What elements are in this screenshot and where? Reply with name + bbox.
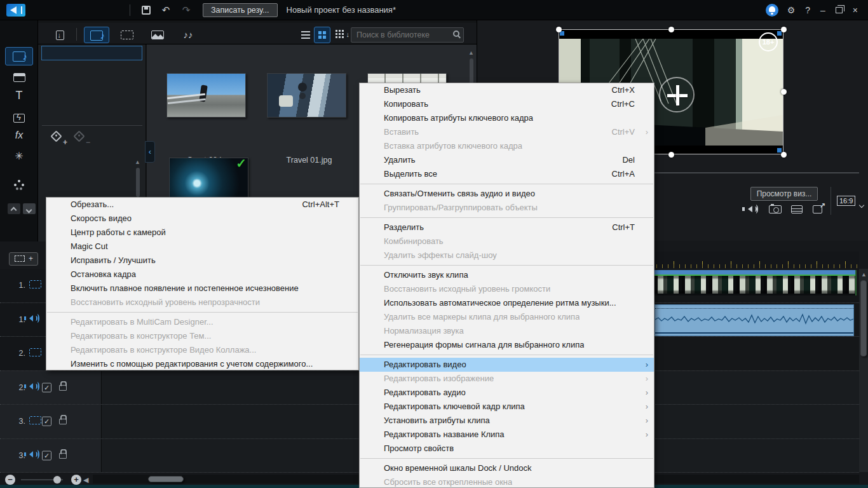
- track-enable-checkbox[interactable]: ✓: [42, 383, 51, 392]
- submenu-item[interactable]: Исправить / Улучшить: [46, 254, 358, 268]
- clapperboard-icon[interactable]: [0, 71, 38, 85]
- context-menu-item[interactable]: Вставка атрибутов ключевого кадра ›: [360, 139, 654, 153]
- crop-corner-bottom-right[interactable]: [777, 148, 782, 152]
- sort-options-icon[interactable]: [336, 29, 349, 41]
- restore-icon[interactable]: [836, 7, 843, 13]
- remove-tag-icon[interactable]: −: [74, 129, 90, 146]
- track-lock-icon[interactable]: [59, 453, 67, 459]
- help-icon[interactable]: ?: [805, 5, 810, 15]
- redo-icon[interactable]: ↷: [180, 4, 192, 16]
- timeline-video-clip[interactable]: [654, 270, 857, 295]
- track-header[interactable]: 3. ✓: [0, 405, 102, 438]
- search-icon[interactable]: [453, 30, 459, 37]
- timeline-audio-clip[interactable]: [654, 304, 854, 336]
- scroll-left-icon[interactable]: ◀: [83, 476, 88, 484]
- media-details-icon[interactable]: [790, 203, 804, 215]
- library-scroll-up-icon[interactable]: ▲: [468, 50, 474, 56]
- track-lock-icon[interactable]: [59, 385, 67, 391]
- context-menu-item[interactable]: Редактировать название Клипа ›: [360, 428, 654, 442]
- context-menu-item[interactable]: ВставитьCtrl+V ›: [360, 125, 654, 139]
- volume-icon[interactable]: [747, 203, 761, 215]
- undo-icon[interactable]: ↶: [160, 4, 172, 16]
- search-input[interactable]: [356, 29, 445, 41]
- produce-button[interactable]: Записать резу...: [203, 3, 278, 17]
- category-scrollbar[interactable]: [136, 168, 140, 197]
- scroll-up-icon[interactable]: ▲: [861, 271, 867, 278]
- context-menu-item[interactable]: Восстановить исходный уровень громкости …: [360, 282, 654, 296]
- context-menu-item[interactable]: Редактировать изображение ›: [360, 372, 654, 386]
- context-menu-item[interactable]: КопироватьCtrl+C ›: [360, 97, 654, 111]
- context-menu-item[interactable]: Редактировать аудио ›: [360, 386, 654, 400]
- track-enable-checkbox[interactable]: ✓: [42, 417, 51, 426]
- import-media-button[interactable]: [48, 27, 71, 43]
- preview-quality-button[interactable]: Просмотр виз...: [750, 187, 818, 201]
- category-item[interactable]: [41, 93, 142, 108]
- collapse-panel-button[interactable]: ‹: [145, 141, 155, 163]
- submenu-item[interactable]: Редактировать в конструкторе Тем...: [46, 329, 358, 343]
- close-icon[interactable]: ×: [853, 5, 858, 15]
- track-lock-icon[interactable]: [59, 419, 67, 424]
- context-menu-item[interactable]: УдалитьDel ›: [360, 153, 654, 167]
- transform-rotate-handle[interactable]: [659, 77, 695, 112]
- pip-objects-icon[interactable]: ✳: [0, 150, 38, 162]
- aspect-ratio-value[interactable]: 16:9: [837, 196, 855, 206]
- category-scroll-up-icon[interactable]: ▲: [135, 159, 140, 165]
- submenu-item[interactable]: Скорость видео: [46, 212, 358, 226]
- filter-music-button[interactable]: ♪♪: [175, 27, 201, 43]
- submenu-item[interactable]: Изменить с помощью редактирования с учет…: [46, 357, 358, 370]
- undock-preview-icon[interactable]: [811, 203, 825, 215]
- submenu-item[interactable]: Редактировать в MultiCam Designer...: [46, 315, 358, 329]
- resize-handle-bottom-right[interactable]: [781, 152, 787, 158]
- save-icon[interactable]: [142, 6, 151, 15]
- resize-handle-top-left[interactable]: [556, 27, 562, 32]
- resize-handle-top-right[interactable]: [781, 27, 787, 32]
- submenu-item[interactable]: Редактировать в конструкторе Видео Колла…: [46, 343, 358, 357]
- context-menu-item[interactable]: Сбросить все открепленные окна ›: [360, 475, 654, 488]
- context-menu-item[interactable]: Комбинировать ›: [360, 234, 654, 248]
- context-menu-item[interactable]: Использовать автоматическое определение …: [360, 296, 654, 310]
- media-room-icon[interactable]: [0, 51, 38, 65]
- selected-video-thumbnail[interactable]: ✓: [169, 158, 248, 202]
- resize-handle-top-middle[interactable]: [668, 27, 674, 32]
- context-menu-item[interactable]: Связать/Отменить связь аудио и видео ›: [360, 187, 654, 201]
- fx-room-icon[interactable]: fx: [0, 130, 38, 141]
- zoom-in-button[interactable]: +: [71, 475, 81, 485]
- minimize-icon[interactable]: –: [820, 5, 825, 15]
- filter-photo-button[interactable]: [145, 27, 170, 43]
- settings-gear-icon[interactable]: ⚙: [787, 5, 796, 15]
- category-item[interactable]: [41, 109, 142, 124]
- category-item[interactable]: [41, 46, 142, 60]
- transition-room-icon[interactable]: [0, 112, 38, 126]
- submenu-item[interactable]: Восстановить исходный уровень непрозрачн…: [46, 295, 358, 309]
- sidebar-scroll-down-button[interactable]: [23, 203, 36, 214]
- crop-corner-top-right[interactable]: [777, 31, 782, 36]
- media-thumbnail[interactable]: [166, 73, 246, 118]
- media-thumbnail[interactable]: [267, 73, 346, 118]
- context-menu-item[interactable]: Удалить эффекты слайд-шоу ›: [360, 248, 654, 262]
- filter-all-media-button[interactable]: [84, 27, 109, 43]
- title-room-icon[interactable]: T: [0, 89, 38, 102]
- context-menu-item[interactable]: Установить атрибуты клипа ›: [360, 414, 654, 428]
- context-menu-item[interactable]: Группировать/Разгруппировать объекты ›: [360, 201, 654, 215]
- submenu-item[interactable]: Обрезать...Ctrl+Alt+T: [46, 198, 358, 212]
- resize-handle-bottom-middle[interactable]: [668, 152, 674, 158]
- timeline-vertical-scrollbar[interactable]: ▲: [859, 269, 868, 472]
- add-tag-icon[interactable]: +: [51, 129, 67, 146]
- context-menu-item[interactable]: Выделить всеCtrl+A ›: [360, 167, 654, 181]
- submenu-item[interactable]: Включить плавное появление и постепенное…: [46, 281, 358, 295]
- filter-video-button[interactable]: [114, 27, 140, 43]
- media-item[interactable]: Sport 02.jpg: [166, 73, 251, 118]
- particle-room-icon[interactable]: [0, 172, 38, 186]
- sidebar-scroll-up-button[interactable]: [8, 203, 20, 214]
- zoom-slider-handle[interactable]: [53, 476, 61, 484]
- context-menu-item[interactable]: Редактировать ключевой кадр клипа ›: [360, 400, 654, 414]
- submenu-item[interactable]: Остановка кадра: [46, 268, 358, 281]
- grid-view-button[interactable]: [314, 27, 330, 43]
- zoom-out-button[interactable]: −: [5, 475, 15, 485]
- list-view-button[interactable]: [297, 27, 314, 43]
- context-menu-item[interactable]: Редактировать видео ›: [360, 358, 654, 372]
- resize-handle-middle-right[interactable]: [781, 89, 787, 95]
- category-item[interactable]: [41, 78, 142, 92]
- add-track-button[interactable]: [9, 252, 38, 266]
- submenu-item[interactable]: Magic Cut: [46, 240, 358, 254]
